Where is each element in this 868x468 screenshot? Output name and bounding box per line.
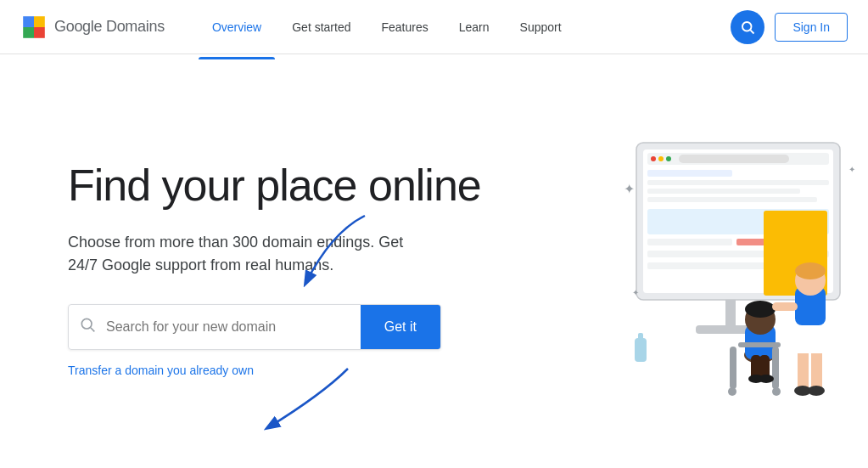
search-icon-small <box>79 316 96 333</box>
svg-rect-21 <box>647 189 800 194</box>
svg-marker-1 <box>34 16 45 27</box>
svg-text:✦: ✦ <box>848 165 855 174</box>
svg-rect-38 <box>772 387 781 396</box>
content-left: Find your place online Choose from more … <box>68 144 509 377</box>
main-content: Find your place online Choose from more … <box>0 54 868 468</box>
nav-item-support[interactable]: Support <box>507 14 575 41</box>
svg-rect-37 <box>728 387 736 396</box>
header-search-button[interactable] <box>731 10 764 44</box>
header: Google Domains Overview Get started Feat… <box>0 0 868 54</box>
svg-marker-3 <box>34 27 45 38</box>
transfer-domain-link[interactable]: Transfer a domain you already own <box>68 364 254 377</box>
svg-rect-49 <box>772 302 798 311</box>
search-icon <box>740 20 755 35</box>
svg-rect-12 <box>725 300 736 330</box>
svg-text:✦: ✦ <box>632 288 639 297</box>
nav-item-features[interactable]: Features <box>368 14 442 41</box>
svg-rect-22 <box>647 197 817 202</box>
google-logo-icon <box>20 14 48 41</box>
svg-rect-28 <box>647 262 775 269</box>
svg-marker-2 <box>23 27 34 38</box>
nav-item-get-started[interactable]: Get started <box>278 14 364 41</box>
domain-search-input[interactable] <box>106 319 361 335</box>
svg-text:✦: ✦ <box>624 182 635 196</box>
signin-button[interactable]: Sign In <box>775 13 848 42</box>
logo-text: Google Domains <box>54 18 165 36</box>
svg-point-6 <box>81 319 92 329</box>
svg-rect-56 <box>638 333 643 340</box>
svg-point-16 <box>658 156 664 161</box>
svg-rect-19 <box>647 170 732 177</box>
svg-point-15 <box>651 156 656 161</box>
svg-point-17 <box>666 156 671 161</box>
nav-item-learn[interactable]: Learn <box>445 14 503 41</box>
svg-point-33 <box>745 301 776 318</box>
search-icon-inner <box>69 316 106 337</box>
svg-marker-0 <box>23 16 34 27</box>
hero-subtitle: Choose from more than 300 domain endings… <box>68 231 424 277</box>
hero-illustration: ✦ ✦ ✦ <box>509 54 865 468</box>
nav-item-overview[interactable]: Overview <box>199 14 275 41</box>
svg-rect-55 <box>635 338 647 362</box>
svg-line-7 <box>91 328 95 332</box>
svg-point-48 <box>795 262 826 279</box>
svg-rect-34 <box>738 342 781 347</box>
illustration-svg: ✦ ✦ ✦ <box>509 109 865 414</box>
hero-title: Find your place online <box>68 161 509 210</box>
svg-point-42 <box>759 375 774 383</box>
svg-rect-36 <box>772 347 779 389</box>
domain-search-bar: Get it <box>68 304 441 350</box>
main-nav: Overview Get started Features Learn Supp… <box>199 14 731 41</box>
svg-point-51 <box>808 386 825 396</box>
header-right: Sign In <box>731 10 848 44</box>
svg-rect-35 <box>730 347 736 389</box>
svg-line-5 <box>751 30 754 33</box>
logo-link[interactable]: Google Domains <box>20 14 165 41</box>
get-it-button[interactable]: Get it <box>361 304 440 350</box>
svg-rect-24 <box>647 239 732 245</box>
svg-rect-20 <box>647 180 829 185</box>
svg-rect-18 <box>679 155 789 163</box>
svg-point-4 <box>742 22 752 31</box>
